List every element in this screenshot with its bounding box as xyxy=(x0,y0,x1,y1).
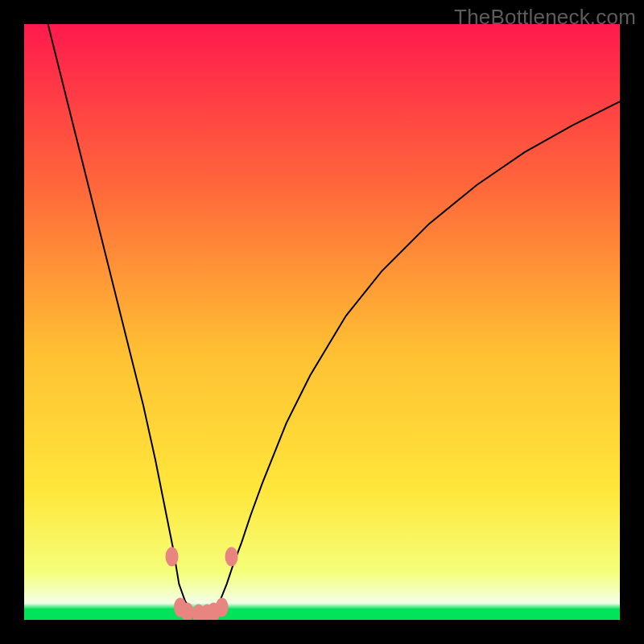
marker-dot xyxy=(166,547,179,567)
watermark-text: TheBottleneck.com xyxy=(454,5,636,30)
green-band xyxy=(24,609,620,620)
marker-dot xyxy=(174,597,187,617)
marker-dot xyxy=(225,547,238,567)
gradient-background xyxy=(24,24,620,620)
bottleneck-plot xyxy=(24,24,620,620)
chart-frame: TheBottleneck.com xyxy=(0,0,644,644)
